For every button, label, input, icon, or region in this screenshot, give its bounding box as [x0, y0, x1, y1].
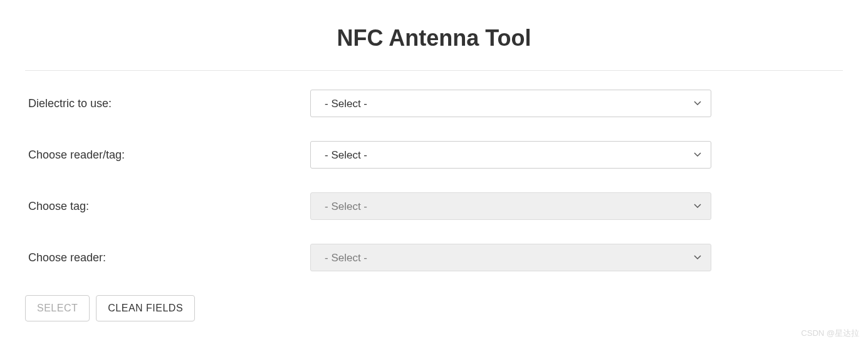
label-reader: Choose reader: — [25, 251, 310, 264]
row-reader: Choose reader: - Select - — [25, 244, 843, 271]
label-dielectric: Dielectric to use: — [25, 97, 310, 110]
select-dielectric[interactable]: - Select - — [310, 90, 711, 117]
select-button: SELECT — [25, 295, 90, 321]
clean-fields-button[interactable]: CLEAN FIELDS — [96, 295, 195, 321]
select-tag: - Select - — [310, 192, 711, 220]
select-wrap-tag: - Select - — [310, 192, 711, 220]
watermark: CSDN @星达拉 — [801, 328, 859, 339]
button-row: SELECT CLEAN FIELDS — [25, 295, 843, 321]
label-reader-tag: Choose reader/tag: — [25, 149, 310, 162]
select-wrap-reader-tag: - Select - — [310, 141, 711, 169]
row-dielectric: Dielectric to use: - Select - — [25, 90, 843, 117]
select-wrap-reader: - Select - — [310, 244, 711, 271]
row-tag: Choose tag: - Select - — [25, 192, 843, 220]
divider — [25, 70, 843, 71]
select-reader-tag[interactable]: - Select - — [310, 141, 711, 169]
label-tag: Choose tag: — [25, 200, 310, 213]
select-wrap-dielectric: - Select - — [310, 90, 711, 117]
row-reader-tag: Choose reader/tag: - Select - — [25, 141, 843, 169]
select-reader: - Select - — [310, 244, 711, 271]
page-title: NFC Antenna Tool — [25, 25, 843, 51]
